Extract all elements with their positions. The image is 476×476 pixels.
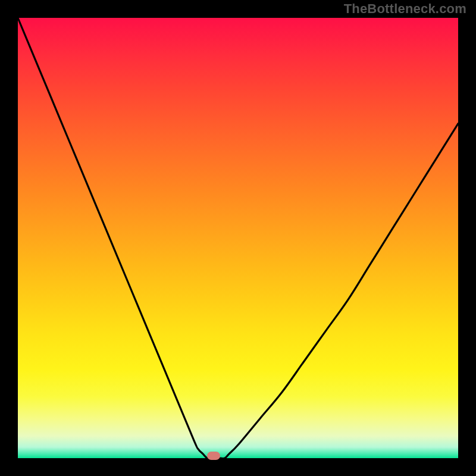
- bottleneck-curve: [18, 18, 458, 458]
- watermark-text: TheBottleneck.com: [344, 1, 466, 17]
- plot-area: [18, 18, 458, 458]
- chart-frame: TheBottleneck.com: [0, 0, 476, 476]
- minimum-marker: [207, 452, 220, 460]
